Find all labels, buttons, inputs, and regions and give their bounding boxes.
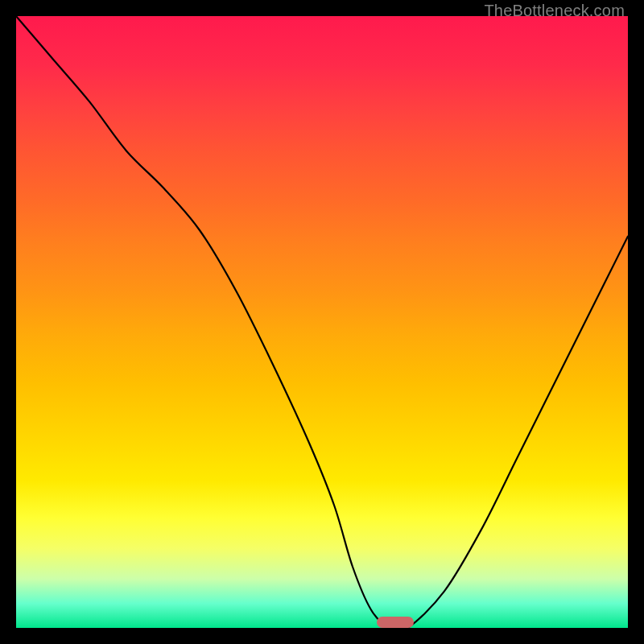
optimal-zone-marker	[377, 617, 414, 628]
bottleneck-curve	[16, 16, 628, 628]
chart-container: TheBottleneck.com	[0, 0, 644, 644]
watermark-text: TheBottleneck.com	[484, 2, 625, 20]
plot-area	[16, 16, 628, 628]
